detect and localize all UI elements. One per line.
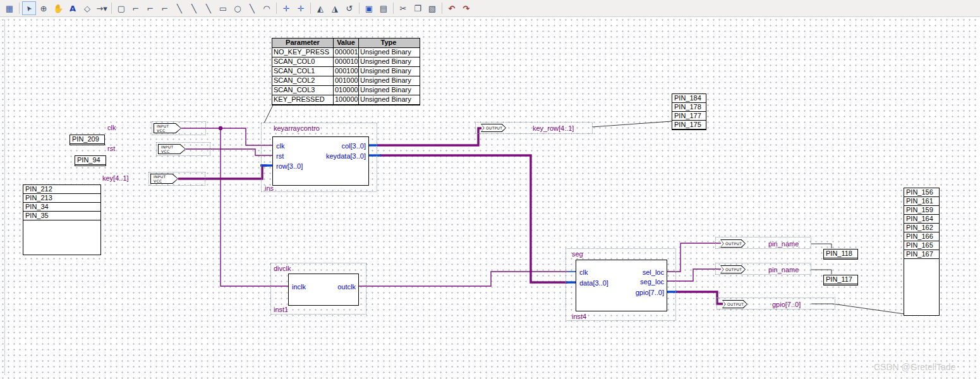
diagonal-conduit-tool[interactable]: ╲ [202,1,215,15]
diagonal-bus-icon: ╲ [191,4,197,13]
birds-eye-tool[interactable]: ▦ [3,1,16,15]
schematic-canvas[interactable]: Parameter Value Type NO_KEY_PRESS 000001… [0,17,980,379]
watermark: CSDN @GretellTade [874,362,955,372]
outclk-net[interactable] [359,272,567,286]
param-name: SCAN_COL1 [272,67,334,76]
pin-location-box[interactable]: PIN_212 PIN_213 PIN_34 PIN_35 [23,184,101,255]
input-pin-symbol[interactable]: INPUT VCC [150,174,178,184]
flip-horizontal-button[interactable]: ◭ [313,1,327,15]
pin-label: PIN_165 [904,241,939,250]
output-pin-symbol[interactable]: OUTPUT [722,300,747,308]
output-pin-symbol[interactable]: OUTPUT [720,239,746,248]
pin-location-box[interactable]: PIN_117 [823,275,858,286]
input-pin-symbol[interactable]: INPUT VCC [154,123,181,133]
partial-line-tool[interactable]: ✛ [279,1,293,15]
print-button[interactable]: ▤ [377,1,390,15]
line-tool[interactable]: ╲ [245,1,259,15]
cursor-icon: ➤ [24,3,34,13]
gpio-bus[interactable] [676,292,723,304]
block-body[interactable]: inclk outclk [288,274,359,306]
toolbar-separator [276,3,277,14]
partial-line-icon: ✛ [283,4,290,13]
full-screen-tool[interactable]: ✛ [294,1,308,15]
vcc-label: VCC [161,149,185,153]
block-divclk[interactable]: divclk inclk outclk inst1 [270,263,366,315]
input-pin-symbol[interactable]: INPUT VCC [158,144,186,154]
block-title: seg [572,250,583,258]
flip-vertical-button[interactable]: ◮ [328,1,342,15]
pin-label: PIN_167 [904,250,939,259]
diagonal-node-tool[interactable]: ╲ [172,1,186,15]
cut-button[interactable]: ✂ [396,1,410,15]
toolbar-separator [111,3,112,14]
schematic-editor-window: ▦ ➤ ⊕ ✋ A ◇ →▾ ▢ ⌐ ⌐ ⌐ ╲ ╲ ╲ ▭ ○ ╲ ◠ ✛ ✛… [0,0,980,379]
hand-tool[interactable]: ✋ [51,1,65,15]
block-seg[interactable]: seg clk data[3..0] sel_loc seg_loc gpio[… [566,248,676,321]
redo-button[interactable]: ↷ [459,1,473,15]
pin-tool[interactable]: →▾ [95,1,109,15]
pin-label: PIN_34 [23,203,100,212]
text-icon: A [70,4,76,13]
orthogonal-node-tool[interactable]: ⌐ [129,1,143,15]
print-icon: ▤ [380,4,387,13]
paste-button[interactable]: ▧ [425,1,439,15]
toolbar-separator [359,3,360,14]
param-value: 001000 [334,76,359,85]
text-tool[interactable]: A [66,1,80,15]
rotate-left-button[interactable]: ↺ [342,1,356,15]
wires-layer[interactable] [0,17,980,379]
input-symbol-body: INPUT VCC [151,174,178,183]
column-header: Type [359,39,418,47]
port-sel-loc: sel_loc [643,268,664,276]
param-type: Unsigned Binary [359,48,418,57]
select-tool[interactable]: ➤ [22,1,36,15]
undo-button[interactable]: ↶ [445,1,459,15]
block-title: keyarraycontro [274,124,320,132]
zoom-tool[interactable]: ⊕ [37,1,51,15]
pin-location-box[interactable]: PIN_209 [70,135,105,145]
flip-vertical-icon: ◮ [332,4,338,13]
parameter-table[interactable]: Parameter Value Type NO_KEY_PRESS 000001… [272,38,420,105]
port-col: col[3..0] [341,142,366,150]
toolbar-separator [310,3,311,14]
pin-label: PIN_178 [672,103,706,112]
block-body[interactable]: clk data[3..0] sel_loc seg_loc gpio[7..0… [576,260,667,311]
output-type-label: OUTPUT [486,126,505,130]
zoom-icon: ⊕ [40,4,47,13]
rectangle-tool[interactable]: ▭ [216,1,230,15]
pin-location-box[interactable]: PIN_118 [823,249,858,260]
table-row: SCAN_COL2 001000 Unsigned Binary [272,76,420,86]
instance-name: inst1 [274,306,288,313]
output-pin-symbol[interactable]: OUTPUT [720,265,746,274]
table-row: NO_KEY_PRESS 000001 Unsigned Binary [272,48,420,57]
param-type: Unsigned Binary [359,57,418,66]
orthogonal-bus-tool[interactable]: ⌐ [143,1,157,15]
table-row: KEY_PRESSED 100000 Unsigned Binary [272,95,420,105]
input-type-label: INPUT [161,145,185,149]
input-type-label: INPUT [154,174,178,179]
orthogonal-bus-icon: ⌐ [147,4,154,13]
pin-label: PIN_118 [824,250,857,258]
rubber-band-tool[interactable]: ▢ [114,1,128,15]
arc-tool[interactable]: ◠ [260,1,274,15]
instance-name: ins [265,184,274,192]
diagonal-bus-tool[interactable]: ╲ [187,1,201,15]
output-pin-symbol[interactable]: OUTPUT [481,124,506,132]
port-clk: clk [579,268,588,276]
pin-location-box[interactable]: PIN_184 PIN_178 PIN_177 PIN_175 [672,93,706,130]
block-keyarraycontrol[interactable]: keyarraycontro clk rst row[3..0] col[3..… [261,123,377,192]
param-value: 010000 [334,86,359,95]
param-name: SCAN_COL0 [272,57,334,66]
block-body[interactable]: clk rst row[3..0] col[3..0] keydata[3..0… [272,136,369,186]
symbol-tool[interactable]: ◇ [80,1,94,15]
keydata-bus[interactable] [380,155,567,282]
redo-icon: ↷ [463,4,470,13]
pin-location-box[interactable]: PIN_156 PIN_161 PIN_159 PIN_164 PIN_162 … [904,188,940,316]
orthogonal-conduit-tool[interactable]: ⌐ [158,1,172,15]
save-button[interactable]: ▣ [362,1,376,15]
ellipse-tool[interactable]: ○ [231,1,245,15]
pin-label: PIN_164 [904,215,939,224]
pin-location-box[interactable]: PIN_94 [75,155,106,166]
copy-button[interactable]: ❐ [411,1,425,15]
col-bus[interactable] [377,128,481,145]
